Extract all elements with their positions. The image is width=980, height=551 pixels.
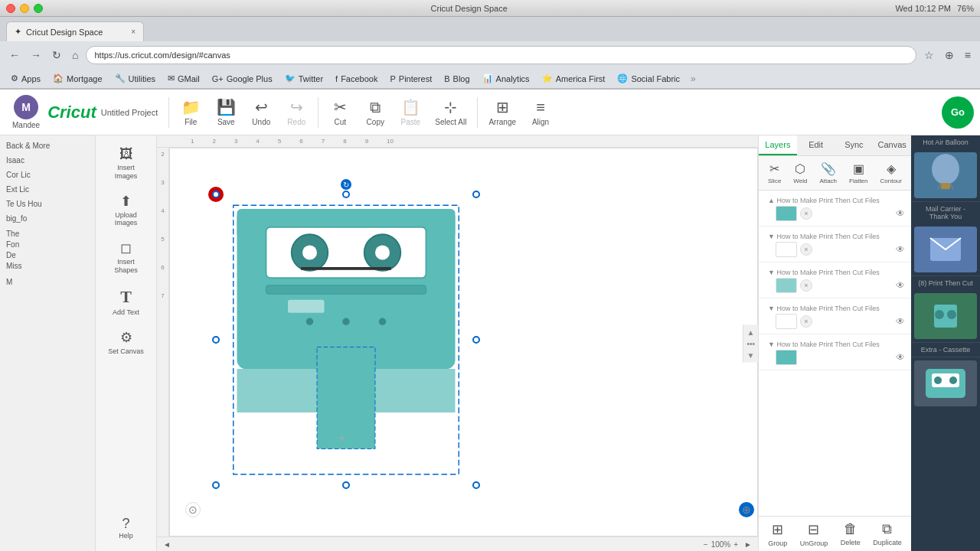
- copy-button[interactable]: ⧉ Copy: [358, 96, 392, 129]
- mac-min-btn[interactable]: [20, 4, 29, 13]
- tool-weld[interactable]: ⬡ Weld: [791, 159, 809, 187]
- canvas-work-area[interactable]: × ↻: [169, 148, 758, 536]
- thumb-balloon-img[interactable]: [914, 152, 977, 198]
- extensions-btn[interactable]: ⊕: [942, 47, 957, 63]
- scroll-down[interactable]: ▼: [746, 351, 755, 360]
- nav-item-the[interactable]: TheFonDeMiss: [0, 226, 95, 275]
- action-group[interactable]: ⊞ Group: [768, 521, 787, 547]
- zoom-fit-icon[interactable]: ⊕: [739, 502, 754, 517]
- selection-handle-tr[interactable]: [472, 191, 480, 198]
- selection-handle-bm[interactable]: [342, 481, 350, 489]
- address-bar[interactable]: https://us.cricut.com/design/#canvas: [86, 46, 916, 64]
- bookmark-analytics[interactable]: 📊 Analytics: [478, 72, 534, 85]
- tab-close-btn[interactable]: ×: [131, 28, 136, 36]
- mac-max-btn[interactable]: [34, 4, 43, 13]
- selection-handle-bl[interactable]: [212, 481, 220, 489]
- bookmark-utilities[interactable]: 🔧 Utilities: [110, 72, 160, 85]
- bookmark-facebook[interactable]: f Facebook: [331, 73, 382, 85]
- bookmark-twitter[interactable]: 🐦 Twitter: [280, 72, 328, 85]
- sidebar-upload-images[interactable]: ⬆ UploadImages: [99, 188, 154, 233]
- nav-item-te[interactable]: Te Us Hou: [0, 197, 95, 211]
- back-btn[interactable]: ←: [6, 47, 23, 63]
- bookmark-btn[interactable]: ☆: [921, 47, 937, 63]
- tool-contour[interactable]: ◈ Contour: [878, 159, 904, 187]
- zoom-out-btn[interactable]: −: [704, 540, 708, 549]
- nav-item-ext[interactable]: Ext Lic: [0, 182, 95, 197]
- bookmark-apps[interactable]: ⚙ Apps: [6, 72, 45, 85]
- paste-button[interactable]: 📋 Paste: [394, 95, 427, 129]
- nav-item-m[interactable]: M: [0, 275, 95, 289]
- tool-slice[interactable]: ✂ Slice: [766, 159, 783, 187]
- scroll-left[interactable]: ◄: [163, 540, 171, 549]
- bookmarks-more[interactable]: »: [691, 73, 696, 84]
- nav-item-back[interactable]: Back & More: [0, 139, 95, 153]
- selection-handle-tm[interactable]: [342, 191, 350, 198]
- layer-eye-btn-1[interactable]: 👁: [896, 208, 905, 219]
- layer-eye-btn-3[interactable]: 👁: [896, 280, 905, 291]
- action-delete[interactable]: 🗑 Delete: [841, 521, 861, 547]
- selection-handle-tl[interactable]: [212, 191, 220, 198]
- nav-item-cor[interactable]: Cor Lic: [0, 168, 95, 182]
- select-all-button[interactable]: ⊹ Select All: [429, 95, 472, 129]
- redo-button[interactable]: ↪ Redo: [279, 95, 313, 129]
- file-menu[interactable]: 📁 File: [174, 95, 207, 129]
- layer-x-btn-1[interactable]: ×: [800, 207, 812, 220]
- thumb-extra-cassette-img[interactable]: [914, 360, 977, 406]
- align-button[interactable]: ≡ Align: [524, 96, 557, 129]
- forward-btn[interactable]: →: [28, 47, 44, 63]
- arrange-button[interactable]: ⊞ Arrange: [482, 95, 522, 129]
- tool-flatten[interactable]: ▣ Flatten: [847, 159, 870, 187]
- tab-edit[interactable]: Edit: [797, 135, 835, 155]
- fit-icon[interactable]: ⊙: [185, 502, 201, 517]
- layer-x-btn-2[interactable]: ×: [800, 243, 812, 256]
- layer-eye-btn-2[interactable]: 👁: [896, 244, 905, 255]
- bookmark-pinterest[interactable]: P Pinterest: [385, 73, 436, 85]
- tab-sync[interactable]: Sync: [835, 135, 874, 155]
- thumb-ptc-img[interactable]: [914, 293, 977, 339]
- layer-x-btn-3[interactable]: ×: [800, 279, 812, 292]
- sidebar-help[interactable]: ? Help: [113, 510, 139, 546]
- action-duplicate[interactable]: ⧉ Duplicate: [873, 521, 902, 547]
- action-ungroup[interactable]: ⊟ UnGroup: [800, 521, 828, 547]
- mac-close-btn[interactable]: [6, 4, 15, 13]
- selection-handle-rm[interactable]: [472, 336, 480, 344]
- tab-canvas[interactable]: Canvas: [873, 135, 911, 155]
- go-button[interactable]: Go: [942, 96, 974, 129]
- thumb-mailcarrier-img[interactable]: [914, 227, 977, 272]
- sidebar-add-text[interactable]: T Add Text: [99, 282, 154, 321]
- layer-eye-btn-5[interactable]: 👁: [896, 352, 905, 363]
- bookmark-blog[interactable]: B Blog: [439, 73, 474, 85]
- tool-attach[interactable]: 📎 Attach: [817, 159, 839, 187]
- cricut-logo-text: Cricut: [47, 103, 96, 122]
- layer-x-btn-4[interactable]: ×: [800, 315, 812, 328]
- tab-layers[interactable]: Layers: [759, 135, 797, 155]
- canvas-area: 1 2 3 4 5 6 7 8 9 10 2 3 4 5 6 7: [157, 135, 758, 551]
- browser-tab-active[interactable]: ✦ Cricut Design Space ×: [6, 21, 144, 41]
- user-section[interactable]: M Mandee: [6, 92, 46, 132]
- undo-button[interactable]: ↩ Undo: [244, 95, 278, 129]
- nav-item-isaac[interactable]: Isaac: [0, 153, 95, 168]
- home-btn[interactable]: ⌂: [69, 47, 81, 63]
- refresh-btn[interactable]: ↻: [49, 47, 64, 63]
- bookmark-gmail[interactable]: ✉ GMail: [163, 72, 204, 85]
- selection-handle-br[interactable]: [472, 481, 480, 489]
- mac-traffic-lights[interactable]: [6, 4, 43, 13]
- nav-item-bigfo[interactable]: big_fo: [0, 211, 95, 226]
- menu-btn[interactable]: ≡: [962, 47, 974, 63]
- cut-button[interactable]: ✂ Cut: [323, 95, 357, 129]
- bookmark-americafirst[interactable]: ⭐ America First: [537, 72, 610, 85]
- cassette-design-container[interactable]: × ↻: [216, 194, 476, 485]
- layer-eye-btn-4[interactable]: 👁: [896, 316, 905, 327]
- zoom-in-btn[interactable]: +: [733, 540, 738, 549]
- bookmark-socialfabric[interactable]: 🌐 Social Fabric: [612, 72, 684, 85]
- scroll-up[interactable]: ▲: [746, 328, 755, 337]
- save-button[interactable]: 💾 Save: [209, 95, 243, 129]
- scroll-right[interactable]: ►: [744, 540, 752, 549]
- sidebar-insert-shapes[interactable]: ◻ InsertShapes: [99, 235, 154, 279]
- sidebar-set-canvas[interactable]: ⚙ Set Canvas: [99, 324, 154, 360]
- selection-handle-lm[interactable]: [212, 336, 220, 344]
- bookmark-googleplus[interactable]: G+ Google Plus: [207, 73, 277, 85]
- sidebar-insert-images[interactable]: 🖼 InsertImages: [99, 142, 154, 185]
- bookmark-mortgage[interactable]: 🏠 Mortgage: [48, 72, 106, 85]
- rotate-handle[interactable]: ↻: [341, 179, 351, 190]
